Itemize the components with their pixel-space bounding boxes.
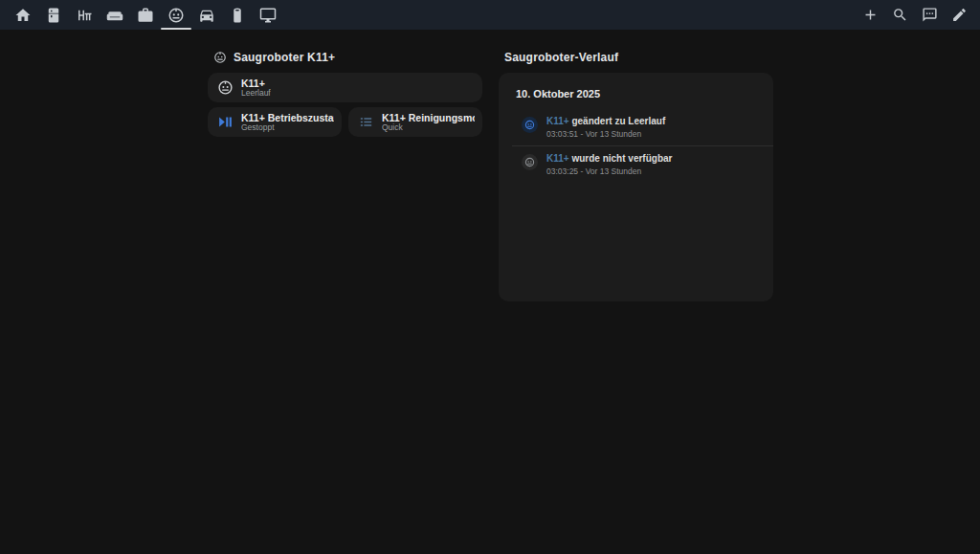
- chat-icon: [922, 7, 938, 23]
- tab-dining-room[interactable]: [69, 0, 100, 30]
- logbook-entry-time: 03:03:51 - Vor 13 Stunden: [546, 129, 665, 140]
- tab-fridge[interactable]: [38, 0, 69, 30]
- logbook-entry-text: geändert zu Leerlauf: [571, 116, 665, 126]
- home-icon: [14, 7, 32, 24]
- logbook-entry[interactable]: K11+ geändert zu Leerlauf 03:03:51 - Vor…: [499, 109, 773, 145]
- history-section-header: Saugroboter-Verlauf: [504, 50, 773, 65]
- vacuum-cleaning-mode-card[interactable]: K11+ Reinigungsmodus Quick: [348, 107, 482, 137]
- robot-vacuum-icon: [522, 154, 538, 170]
- history-section: Saugroboter-Verlauf 10. Oktober 2025 K11…: [499, 46, 773, 301]
- monitor-icon: [259, 7, 277, 24]
- play-pause-icon: [215, 113, 234, 132]
- table-chair-icon: [76, 7, 93, 24]
- search-button[interactable]: [888, 4, 911, 27]
- search-icon: [892, 7, 908, 23]
- tab-living-room[interactable]: [100, 0, 130, 30]
- vacuum-subcards-row: K11+ Betriebszustand Gestoppt K11+ Reini…: [208, 107, 482, 137]
- logbook-entry-text: wurde nicht verfügbar: [571, 153, 672, 164]
- vacuum-name: K11+: [241, 78, 271, 89]
- tab-vacuum[interactable]: [161, 0, 191, 30]
- vacuum-section-header: Saugroboter K11+: [213, 50, 482, 65]
- briefcase-icon: [137, 7, 154, 24]
- logbook-entry[interactable]: K11+ wurde nicht verfügbar 03:03:25 - Vo…: [512, 145, 773, 183]
- robot-vacuum-icon: [213, 51, 227, 64]
- logbook-date: 10. Oktober 2025: [499, 86, 773, 109]
- logbook-entry-message: K11+ geändert zu Leerlauf: [546, 116, 665, 128]
- logbook-entry-time: 03:03:25 - Vor 13 Stunden: [546, 166, 672, 177]
- vacuum-section: Saugroboter K11+ K11+ Leerlauf K11+ Betr…: [208, 46, 482, 137]
- edit-dashboard-button[interactable]: [947, 4, 970, 27]
- history-section-title: Saugroboter-Verlauf: [504, 51, 618, 64]
- dashboard-view-tabs: [8, 0, 283, 30]
- top-navigation-bar: [0, 0, 980, 30]
- operation-card-title: K11+ Betriebszustand: [241, 112, 334, 123]
- cleaning-mode-card-state: Quick: [382, 123, 475, 133]
- sofa-icon: [106, 7, 123, 24]
- robot-vacuum-icon: [522, 117, 538, 133]
- robot-vacuum-icon: [167, 7, 185, 24]
- assist-button[interactable]: [918, 4, 941, 27]
- tab-media[interactable]: [253, 0, 283, 30]
- pencil-icon: [951, 7, 968, 23]
- logbook-entry-message: K11+ wurde nicht verfügbar: [546, 153, 672, 166]
- tab-home[interactable]: [8, 0, 38, 30]
- vacuum-entity-card[interactable]: K11+ Leerlauf: [208, 73, 482, 102]
- list-icon: [356, 113, 375, 132]
- cleaning-mode-card-title: K11+ Reinigungsmodus: [382, 112, 475, 123]
- operation-card-state: Gestoppt: [241, 123, 334, 133]
- plus-icon: [862, 7, 879, 23]
- robot-vacuum-icon: [215, 78, 234, 98]
- topbar-actions: [858, 4, 970, 27]
- car-icon: [198, 7, 215, 24]
- add-view-button[interactable]: [858, 4, 881, 27]
- vacuum-section-title: Saugroboter K11+: [234, 51, 335, 64]
- logbook-entity-link[interactable]: K11+: [546, 116, 571, 126]
- fridge-icon: [45, 7, 62, 24]
- tab-water-heater[interactable]: [222, 0, 253, 30]
- tab-office[interactable]: [130, 0, 161, 30]
- logbook-entity-link[interactable]: K11+: [546, 153, 571, 164]
- tab-car[interactable]: [191, 0, 222, 30]
- vacuum-state: Leerlauf: [241, 89, 271, 99]
- vacuum-operation-card[interactable]: K11+ Betriebszustand Gestoppt: [208, 107, 342, 137]
- logbook-card: 10. Oktober 2025 K11+ geändert zu Leerla…: [499, 73, 773, 301]
- water-heater-icon: [229, 7, 246, 24]
